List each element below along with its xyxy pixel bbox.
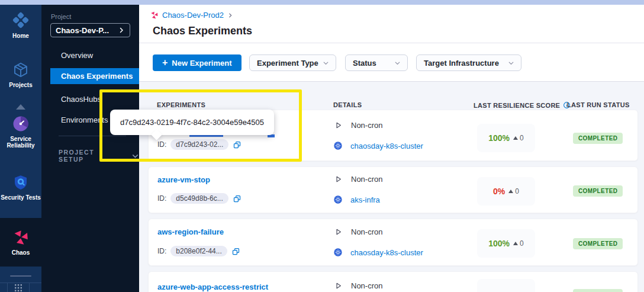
chevron-down-icon (131, 152, 139, 160)
rail-drag-handle[interactable] (10, 275, 31, 277)
experiment-name-link[interactable]: azure-web-app-access-restrict (157, 283, 268, 291)
infrastructure-link[interactable]: chaosday-k8s-cluster (350, 248, 423, 257)
copy-icon[interactable] (233, 194, 242, 203)
delta-up-icon (508, 190, 513, 193)
infrastructure-link[interactable]: aks-infra (350, 195, 380, 204)
experiment-id-value: d5c49d8b-6c... (170, 193, 228, 204)
chaos-experiments-page: { "nav_rail": { "items": [ { "label": "H… (0, 0, 644, 292)
home-icon (11, 11, 30, 30)
header-divider (139, 43, 644, 43)
delta-value: 0 (515, 187, 519, 195)
filter-experiment-type[interactable]: Experiment Type (249, 54, 336, 71)
score-delta: 0 (508, 187, 519, 195)
plus-icon: + (162, 58, 168, 68)
chevron-right-icon (118, 27, 125, 34)
status-badge: COMPLETED (573, 185, 623, 197)
score-value: 100% (488, 133, 510, 143)
id-label: ID: (157, 140, 166, 149)
column-header-run-status: LAST RUN STATUS (567, 101, 630, 108)
experiment-name-link[interactable]: azure-vm-stop (157, 175, 210, 184)
filter-label: Status (353, 59, 376, 68)
security-tests-icon (12, 174, 30, 191)
experiment-id-row: ID: d7c9d243-02... (157, 139, 242, 150)
sidebar-item-chaoshubs[interactable]: ChaosHubs (61, 95, 101, 104)
filter-target-infrastructure[interactable]: Target Infrastructure (416, 54, 521, 71)
id-label: ID: (157, 194, 166, 203)
chaos-icon (12, 229, 30, 246)
column-header-label: LAST RESILIENCE SCORE (474, 102, 560, 109)
column-header-resilience-score: LAST RESILIENCE SCORE (474, 101, 571, 109)
window-top-strip (0, 0, 644, 5)
kubernetes-icon (333, 195, 343, 204)
resilience-score-card: 0% 0 (477, 177, 535, 206)
id-label: ID: (157, 247, 166, 255)
experiment-row[interactable]: azure-web-app-access-restrict Non-cron C… (148, 271, 638, 292)
nav-scroll-up-icon[interactable] (16, 104, 25, 110)
score-value: 100% (488, 239, 510, 248)
nav-rail-item-projects[interactable]: Projects (0, 61, 41, 88)
obscured-link-fragment (189, 135, 223, 137)
nav-rail-item-service-reliability[interactable]: Service Reliability (0, 115, 41, 149)
infrastructure-detail: chaosday-k8s-cluster (333, 248, 423, 257)
infrastructure-link[interactable]: chaosday-k8s-cluster (350, 142, 423, 150)
projects-icon (12, 61, 30, 79)
delta-up-icon (513, 242, 518, 245)
infrastructure-detail: chaosday-k8s-cluster (333, 141, 423, 150)
rail-bottom-cell (29, 283, 41, 292)
chevron-down-icon (394, 59, 401, 67)
status-badge: COMPLETED (573, 133, 623, 144)
play-outline-icon (333, 227, 343, 237)
schedule-type: Non-cron (351, 281, 382, 290)
experiment-row[interactable]: azure-vm-stop ID: d5c49d8b-6c... Non-cro… (148, 166, 638, 213)
breadcrumb-project-link[interactable]: Chaos-Dev-Prod2 (162, 11, 224, 20)
play-outline-icon (333, 174, 343, 184)
play-outline-icon (333, 281, 343, 291)
sidebar-item-chaos-experiments[interactable]: Chaos Experiments (50, 68, 139, 84)
score-delta: 0 (513, 134, 524, 142)
page-title: Chaos Experiments (153, 25, 252, 37)
status-badge: COMPLETED (573, 238, 623, 249)
copy-icon[interactable] (233, 140, 242, 149)
rail-bottom-cell (0, 283, 8, 292)
app-grid-button[interactable] (8, 283, 29, 292)
nav-rail-label: Home (12, 33, 29, 39)
filter-label: Experiment Type (257, 59, 318, 68)
experiment-id-tooltip: d7c9d243-0219-4f7c-84c2-3004e59e4505 (110, 110, 274, 135)
project-setup-section[interactable]: PROJECT SETUP (59, 149, 139, 163)
breadcrumb: Chaos-Dev-Prod2 (150, 11, 233, 20)
schedule-detail: Non-cron (333, 227, 382, 237)
service-reliability-icon (12, 115, 30, 133)
copy-icon[interactable] (231, 247, 240, 256)
main-content: Chaos-Dev-Prod2 Chaos Experiments + New … (139, 5, 644, 292)
schedule-detail: Non-cron (333, 281, 382, 291)
delta-value: 0 (520, 134, 524, 142)
sidebar-item-environments[interactable]: Environments (61, 115, 108, 124)
project-selector[interactable]: Chaos-Dev-P... (50, 23, 130, 37)
experiment-row[interactable]: aws-region-failure ID: b208e0f2-44... No… (148, 219, 638, 266)
new-experiment-button[interactable]: + New Experiment (153, 54, 242, 71)
schedule-type: Non-cron (351, 175, 382, 184)
chaos-module-icon (150, 11, 159, 20)
schedule-type: Non-cron (351, 227, 382, 236)
nav-rail-label: Projects (9, 82, 32, 88)
project-setup-label: PROJECT SETUP (59, 149, 118, 163)
experiment-id-value: b208e0f2-44... (170, 246, 227, 256)
experiment-name-link[interactable]: aws-region-failure (157, 227, 224, 236)
project-label: Project (51, 13, 71, 20)
rail-bottom-bar (0, 283, 41, 292)
play-outline-icon (333, 120, 343, 130)
nav-rail-item-chaos[interactable]: Chaos (0, 218, 41, 267)
column-header-experiments: EXPERIMENTS (157, 101, 205, 108)
chevron-right-icon (227, 12, 233, 18)
nav-rail-item-security-tests[interactable]: Security Tests (0, 174, 41, 201)
delta-up-icon (513, 136, 518, 140)
nav-rail-label: Service Reliability (2, 136, 39, 149)
sidebar-item-overview[interactable]: Overview (61, 51, 93, 60)
nav-rail-item-home[interactable]: Home (0, 11, 41, 39)
filter-status[interactable]: Status (345, 54, 408, 71)
score-value: 0% (493, 187, 505, 196)
nav-rail: Home Projects Service Reliability (0, 5, 41, 292)
chevron-down-icon (322, 59, 330, 67)
experiment-id-row: ID: d5c49d8b-6c... (157, 193, 242, 204)
column-header-details: DETAILS (333, 101, 362, 108)
